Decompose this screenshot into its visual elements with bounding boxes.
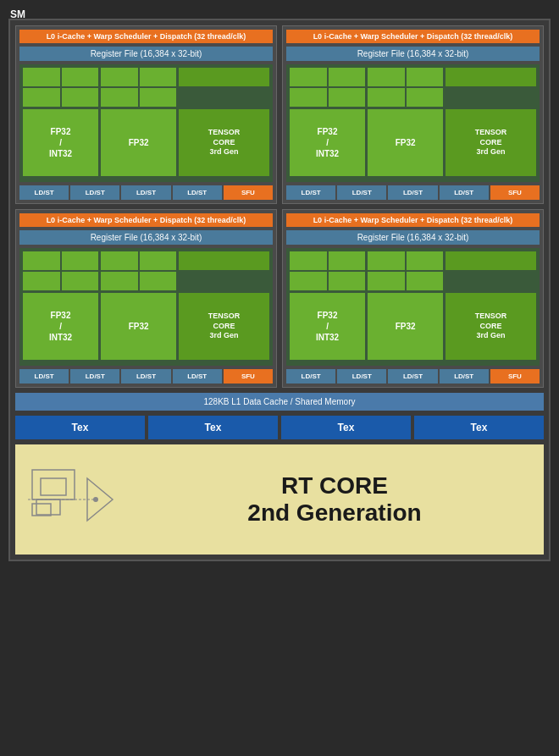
fp32-small-5-q2 <box>368 68 405 86</box>
core-grid-q1: FP32/INT32 FP32 TENSORCORE3rd Gen <box>23 109 269 176</box>
core-area-q2: FP32/INT32 FP32 TENSORCORE3rd Gen <box>286 64 540 182</box>
l0-cache-bar-q4: L0 i-Cache + Warp Scheduler + Dispatch (… <box>286 213 540 227</box>
quadrant-top-left: L0 i-Cache + Warp Scheduler + Dispatch (… <box>15 25 277 204</box>
bottom-units-q2: LD/ST LD/ST LD/ST LD/ST SFU <box>286 185 540 200</box>
fp32-small-group-q2 <box>290 68 365 107</box>
fp32-small-8-q2 <box>407 88 444 107</box>
quadrant-grid: L0 i-Cache + Warp Scheduler + Dispatch (… <box>15 25 544 388</box>
fp32-small-group-q1 <box>23 68 98 107</box>
fp32-small-2-q3 <box>62 251 99 270</box>
ldst-3-q1: LD/ST <box>121 185 170 200</box>
tex-block-1: Tex <box>15 416 145 439</box>
ldst-2-q1: LD/ST <box>70 185 119 200</box>
fp32-int32-block-q4: FP32/INT32 <box>290 293 365 360</box>
fp32-small-4-q2 <box>329 88 366 107</box>
quadrant-bottom-right: L0 i-Cache + Warp Scheduler + Dispatch (… <box>282 209 544 388</box>
register-file-bar-q4: Register File (16,384 x 32-bit) <box>286 230 540 245</box>
fp32-small-4-q3 <box>62 272 99 290</box>
ldst-4-q4: LD/ST <box>440 369 489 384</box>
fp32-small-5-q4 <box>368 251 405 270</box>
fp32-block-q2: FP32 <box>368 109 443 176</box>
fp32-small-group2-q3 <box>101 251 176 290</box>
fp32-small-2 <box>62 68 99 86</box>
core-grid-q2: FP32/INT32 FP32 TENSORCORE3rd Gen <box>290 109 536 176</box>
fp32-small-group2-q4 <box>368 251 443 290</box>
tensor-small-q3 <box>179 251 269 270</box>
sfu-q4: SFU <box>490 369 540 384</box>
register-file-bar-q1: Register File (16,384 x 32-bit) <box>19 47 273 61</box>
quadrant-top-right: L0 i-Cache + Warp Scheduler + Dispatch (… <box>282 25 544 204</box>
sm-label: SM <box>10 8 25 20</box>
ldst-4-q3: LD/ST <box>173 369 222 384</box>
fp32-small-8-q3 <box>140 272 177 290</box>
sfu-q1: SFU <box>224 185 273 200</box>
fp32-small-6-q3 <box>140 251 177 270</box>
fp32-small-7-q4 <box>368 272 405 290</box>
core-area-q4: FP32/INT32 FP32 TENSORCORE3rd Gen <box>286 248 540 366</box>
fp32-int32-block-q1: FP32/INT32 <box>23 109 98 176</box>
fp32-small-3-q2 <box>290 88 327 107</box>
fp32-small-3-q4 <box>290 272 327 290</box>
small-blocks-top-q2 <box>290 68 536 107</box>
small-blocks-top-q3 <box>23 251 269 290</box>
l0-cache-bar-q2: L0 i-Cache + Warp Scheduler + Dispatch (… <box>286 30 540 43</box>
tensor-block-q2: TENSORCORE3rd Gen <box>446 109 536 176</box>
l0-cache-bar-q3: L0 i-Cache + Warp Scheduler + Dispatch (… <box>19 213 273 227</box>
fp32-small-group-q4 <box>290 251 365 290</box>
svg-rect-3 <box>32 504 51 516</box>
fp32-small-5-q3 <box>101 251 138 270</box>
fp32-small-7 <box>101 88 138 107</box>
tensor-block-q3: TENSORCORE3rd Gen <box>179 293 269 360</box>
ldst-1-q3: LD/ST <box>19 369 69 384</box>
tex-grid: Tex Tex Tex Tex <box>15 416 544 439</box>
fp32-small-7-q3 <box>101 272 138 290</box>
svg-rect-1 <box>41 478 66 495</box>
tensor-block-q4: TENSORCORE3rd Gen <box>446 293 536 360</box>
tensor-small-q2 <box>446 68 536 86</box>
sfu-q3: SFU <box>224 369 273 384</box>
core-area-q1: FP32/INT32 FP32 TENSORCORE3rd Gen <box>19 64 273 182</box>
bottom-units-q1: LD/ST LD/ST LD/ST LD/ST SFU <box>19 185 273 200</box>
svg-point-6 <box>93 497 98 502</box>
fp32-block-q4: FP32 <box>368 293 443 360</box>
fp32-small-7-q2 <box>368 88 405 107</box>
rt-core-title: RT CORE <box>134 472 535 499</box>
svg-rect-2 <box>36 499 60 515</box>
fp32-small-2-q2 <box>329 68 366 86</box>
ldst-2-q4: LD/ST <box>337 369 386 384</box>
fp32-small-1-q2 <box>290 68 327 86</box>
core-grid-q4: FP32/INT32 FP32 TENSORCORE3rd Gen <box>290 293 536 360</box>
fp32-int32-block-q3: FP32/INT32 <box>23 293 98 360</box>
small-blocks-top-q1 <box>23 68 269 107</box>
rt-core-diagram <box>24 453 117 546</box>
fp32-small-1 <box>23 68 60 86</box>
tex-block-4: Tex <box>414 416 544 439</box>
ldst-2-q3: LD/ST <box>70 369 119 384</box>
ldst-1-q1: LD/ST <box>19 185 69 200</box>
fp32-small-6 <box>140 68 177 86</box>
ldst-1-q2: LD/ST <box>286 185 335 200</box>
core-area-q3: FP32/INT32 FP32 TENSORCORE3rd Gen <box>19 248 273 366</box>
core-grid-q3: FP32/INT32 FP32 TENSORCORE3rd Gen <box>23 293 269 360</box>
ldst-4-q2: LD/ST <box>440 185 489 200</box>
fp32-small-group-q3 <box>23 251 98 290</box>
fp32-small-1-q3 <box>23 251 60 270</box>
rt-core-area: RT CORE 2nd Generation <box>15 444 544 555</box>
tensor-small-q1 <box>179 68 269 86</box>
register-file-bar-q2: Register File (16,384 x 32-bit) <box>286 47 540 61</box>
register-file-bar-q3: Register File (16,384 x 32-bit) <box>19 230 273 245</box>
rt-core-title-text: RT CORE 2nd Generation <box>134 472 535 527</box>
fp32-block-q3: FP32 <box>101 293 176 360</box>
fp32-small-8-q4 <box>407 272 444 290</box>
tex-block-2: Tex <box>148 416 278 439</box>
fp32-small-5 <box>101 68 138 86</box>
tensor-block-q1: TENSORCORE3rd Gen <box>179 109 269 176</box>
fp32-int32-block-q2: FP32/INT32 <box>290 109 365 176</box>
l0-cache-bar-q1: L0 i-Cache + Warp Scheduler + Dispatch (… <box>19 30 273 43</box>
fp32-small-group2-q1 <box>101 68 176 107</box>
fp32-small-3 <box>23 88 60 107</box>
tex-block-3: Tex <box>281 416 411 439</box>
tensor-small-q4 <box>446 251 536 270</box>
fp32-small-1-q4 <box>290 251 327 270</box>
fp32-small-3-q3 <box>23 272 60 290</box>
